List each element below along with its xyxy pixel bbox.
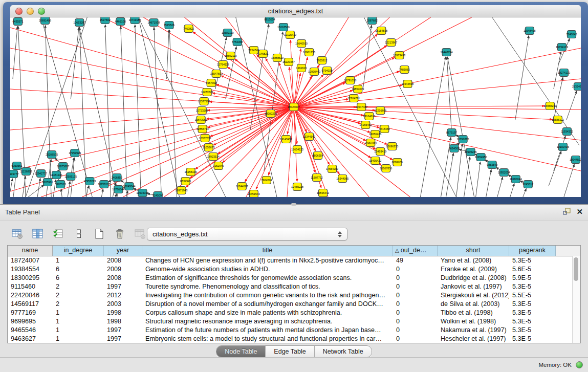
- checked-rows-button[interactable]: [51, 227, 66, 241]
- citation-edge-black: [564, 164, 574, 197]
- delete-button[interactable]: [113, 227, 127, 241]
- network-window-titlebar[interactable]: citations_edges.txt: [10, 5, 581, 17]
- citation-edge-black: [61, 189, 62, 197]
- table-cell: Structural magnetic resonance image aver…: [142, 317, 393, 326]
- column-header-year[interactable]: year: [104, 246, 142, 256]
- table-row[interactable]: 1456911722003Disruption of a novel membe…: [8, 300, 580, 309]
- table-cell: de Silva et al. (2003): [438, 300, 509, 309]
- table-cell: Tourette syndrome. Phenomenology and cla…: [142, 282, 393, 291]
- splitter-handle[interactable]: [291, 203, 296, 206]
- column-header-pagerank[interactable]: pagerank: [509, 246, 556, 256]
- graph-node-label: 14957964: [364, 141, 377, 144]
- citation-edge-red: [235, 59, 294, 107]
- table-cell: Franke et al. (2009): [438, 265, 509, 274]
- table-row[interactable]: 946554611997Estimation of the future num…: [8, 326, 580, 335]
- table-panel-title: Table Panel: [5, 205, 40, 220]
- table-cell: 5.3E-5: [509, 282, 556, 291]
- column-header-title[interactable]: title: [142, 246, 393, 256]
- graph-node-label: 8679197: [446, 131, 457, 134]
- graph-node-label: 18602119: [225, 54, 237, 57]
- graph-node-label: 10653287: [73, 21, 85, 24]
- graph-node-label: 16155109: [185, 170, 197, 173]
- close-panel-button[interactable]: ✕: [576, 207, 583, 216]
- table-body: 1872400712008Changes of HCN gene express…: [8, 256, 580, 343]
- graph-node-label: 11156803: [20, 170, 32, 173]
- graph-node-label: 7154749: [248, 49, 259, 52]
- table-cell: Dudbridge et al. (2008): [438, 274, 509, 282]
- table-cell: 2: [53, 291, 104, 300]
- graph-node-label: 12364791: [347, 97, 360, 100]
- table-cell: 2009: [104, 265, 142, 274]
- graph-node-label: 7240042: [566, 33, 577, 36]
- table-cell: 0: [393, 291, 438, 300]
- graph-node-label: 9245012: [522, 183, 533, 186]
- scrollbar-thumb[interactable]: [574, 257, 578, 281]
- graph-node-label: 15643952: [195, 118, 207, 121]
- float-panel-button[interactable]: [562, 207, 571, 216]
- table-row[interactable]: 1938455462009Genome-wide association stu…: [8, 265, 580, 274]
- citation-edge-red: [102, 17, 294, 107]
- tab-node-table[interactable]: Node Table: [216, 346, 266, 357]
- table-row[interactable]: 1872400712008Changes of HCN gene express…: [8, 256, 580, 265]
- new-file-button[interactable]: [92, 227, 106, 241]
- tab-network-table[interactable]: Network Table: [315, 346, 372, 357]
- status-bar: Memory: OK: [0, 357, 588, 372]
- graph-node-label: 15220357: [282, 60, 295, 63]
- table-selector-value: citations_edges.txt: [153, 230, 208, 238]
- citation-edge-black: [486, 169, 491, 197]
- table-row[interactable]: 946362711997Embryonic stem cells: a mode…: [8, 335, 580, 343]
- graph-node-label: 17554300: [326, 167, 338, 170]
- table-cell: 1: [53, 317, 104, 326]
- citation-edge-black: [476, 162, 481, 197]
- citation-graph[interactable]: 1872400712125419166409101696175879558121…: [10, 17, 581, 197]
- table-scrollbar[interactable]: [572, 256, 580, 343]
- citation-edge-black: [420, 57, 445, 197]
- citation-edge-black: [567, 91, 577, 120]
- table-cell: 0: [393, 265, 438, 274]
- column-header-name[interactable]: name: [8, 246, 53, 256]
- column-header-out_de[interactable]: △out_de…: [393, 246, 438, 256]
- column-header-in_degree[interactable]: in_degree: [53, 246, 104, 256]
- graph-node-label: 9357902: [206, 81, 216, 84]
- tab-edge-table[interactable]: Edge Table: [266, 346, 314, 357]
- table-row[interactable]: 969969511998Structural magnetic resonanc…: [8, 317, 580, 326]
- table-row[interactable]: 977716911998Corpus callosum shape and si…: [8, 309, 580, 317]
- graph-node-label: 6466100: [115, 20, 126, 23]
- table-cell: 1998: [104, 317, 142, 326]
- checked-rows-icon: [52, 228, 64, 240]
- table-cell: 5.3E-5: [509, 326, 556, 335]
- citation-edge-black: [464, 157, 470, 197]
- table-cell: 49: [393, 256, 438, 265]
- table-cell: 2: [53, 282, 104, 291]
- table-row[interactable]: 2242004622012Investigating the contribut…: [8, 291, 580, 300]
- graph-node-label: 15495422: [369, 159, 381, 162]
- table-cell: 1997: [104, 282, 142, 291]
- memory-ok-indicator-icon[interactable]: [576, 361, 583, 368]
- table-row[interactable]: 1830029562008Estimation of significance …: [8, 274, 580, 282]
- table-panel-titlebar: Table Panel ✕: [0, 204, 588, 221]
- table-mode-button[interactable]: [72, 227, 86, 241]
- graph-node-label: 8832945: [180, 180, 191, 183]
- citation-edge-red: [227, 67, 294, 107]
- column-header-short[interactable]: short: [438, 246, 509, 256]
- table-row[interactable]: 911546021997Tourette syndrome. Phenomeno…: [8, 282, 580, 291]
- graph-node-label: 18180044: [510, 178, 522, 181]
- column-header-label: title: [263, 247, 272, 254]
- graph-node-label: 10634338: [136, 191, 148, 194]
- graph-node-label: 19734103: [556, 46, 568, 49]
- dropdown-stepper-icon: [338, 231, 342, 237]
- table-panel: Table Panel ✕: [0, 204, 588, 372]
- graph-node-label: 10905246: [465, 150, 477, 154]
- select-columns-button[interactable]: [31, 227, 45, 241]
- table-cell: Hescheler et al. (1997): [438, 335, 509, 343]
- delete-table-button[interactable]: [133, 227, 147, 241]
- citation-edge-black: [71, 27, 79, 99]
- graph-node-label: 10990443: [308, 70, 320, 73]
- table-selector-dropdown[interactable]: citations_edges.txt: [147, 228, 347, 240]
- table-settings-button[interactable]: [10, 227, 25, 241]
- network-canvas[interactable]: 1872400712125419166409101696175879558121…: [10, 17, 581, 197]
- graph-node-label: 8754368: [232, 40, 243, 43]
- table-cell: 5.5E-5: [509, 291, 556, 300]
- table-cell: Yano et al. (2008): [438, 256, 509, 265]
- graph-node-label: 8099659: [392, 161, 403, 164]
